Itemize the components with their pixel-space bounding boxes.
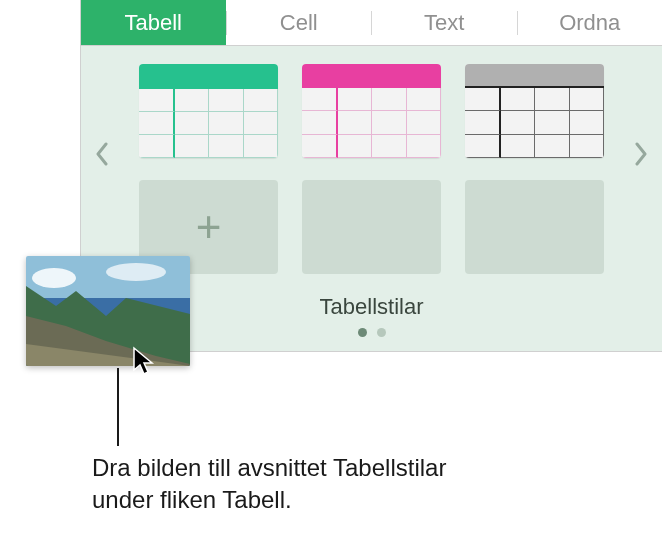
style-header-icon xyxy=(302,64,441,88)
style-grid-icon xyxy=(465,88,604,158)
dragged-image-thumbnail[interactable] xyxy=(26,256,190,366)
style-header-icon xyxy=(139,64,278,88)
styles-next-button[interactable] xyxy=(634,141,648,173)
callout-leader-line xyxy=(117,368,119,446)
style-header-icon xyxy=(465,64,604,88)
tab-label: Tabell xyxy=(125,10,182,36)
table-styles-row-1 xyxy=(81,64,662,158)
chevron-left-icon xyxy=(95,141,109,172)
page-dot-1[interactable] xyxy=(358,328,367,337)
page-dot-2[interactable] xyxy=(377,328,386,337)
table-style-option-1[interactable] xyxy=(139,64,278,158)
plus-icon: + xyxy=(196,205,222,249)
svg-point-7 xyxy=(106,263,166,281)
callout-line-1: Dra bilden till avsnittet Tabellstilar xyxy=(92,454,446,481)
callout-text: Dra bilden till avsnittet Tabellstilar u… xyxy=(92,452,446,517)
tab-label: Ordna xyxy=(559,10,620,36)
landscape-photo-icon xyxy=(26,256,190,366)
table-style-option-3[interactable] xyxy=(465,64,604,158)
table-style-empty-slot[interactable] xyxy=(302,180,441,274)
tab-cell[interactable]: Cell xyxy=(227,0,372,45)
style-grid-icon xyxy=(302,88,441,158)
table-style-option-2[interactable] xyxy=(302,64,441,158)
tab-label: Cell xyxy=(280,10,318,36)
callout-line-2: under fliken Tabell. xyxy=(92,486,292,513)
tab-text[interactable]: Text xyxy=(372,0,517,45)
tab-bar: Tabell Cell Text Ordna xyxy=(81,0,662,46)
chevron-right-icon xyxy=(634,141,648,172)
style-grid-icon xyxy=(139,88,278,158)
tab-label: Text xyxy=(424,10,464,36)
tab-ordna[interactable]: Ordna xyxy=(518,0,663,45)
styles-prev-button[interactable] xyxy=(95,141,109,173)
svg-point-6 xyxy=(32,268,76,288)
tab-tabell[interactable]: Tabell xyxy=(81,0,226,45)
table-style-empty-slot[interactable] xyxy=(465,180,604,274)
